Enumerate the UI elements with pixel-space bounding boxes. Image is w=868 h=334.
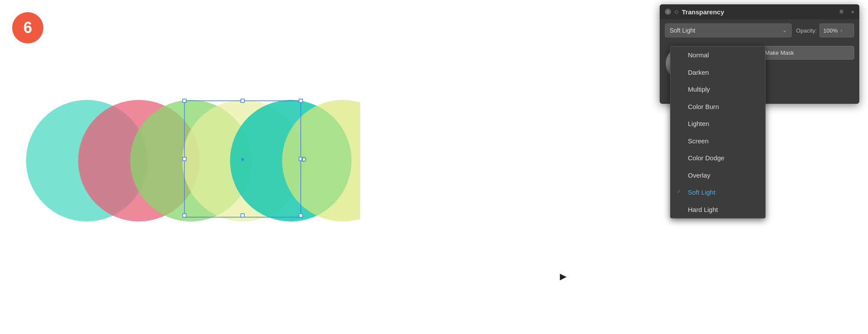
dropdown-item-darken[interactable]: Darken [671, 64, 765, 81]
step-number: 6 [23, 19, 32, 37]
dropdown-item-multiply[interactable]: Multiply [671, 81, 765, 98]
dropdown-item-normal[interactable]: Normal [671, 46, 765, 64]
handle-ml [183, 157, 186, 161]
handle-br [299, 214, 302, 217]
blend-chevron-icon: ⌄ [783, 27, 787, 33]
dropdown-item-screen[interactable]: Screen [671, 132, 765, 150]
reg-mark-inner [303, 159, 305, 160]
dropdown-item-overlay[interactable]: Overlay [671, 167, 765, 184]
panel-title: Transparency [682, 8, 724, 16]
handle-tm [241, 99, 244, 103]
opacity-label: Opacity: [796, 27, 817, 34]
dropdown-item-color-dodge[interactable]: Color Dodge [671, 149, 765, 167]
blend-dropdown-list: Normal Darken Multiply Color Burn Lighte… [670, 46, 766, 218]
blend-mode-value: Soft Light [670, 27, 695, 34]
panel-titlebar: × ◇ Transparency ≡ « [660, 4, 859, 19]
blend-mode-select[interactable]: Soft Light ⌄ [665, 23, 792, 37]
circles-svg [22, 69, 360, 252]
blend-mode-wrapper: Soft Light ⌄ Normal Darken Multiply Colo… [665, 23, 792, 37]
dropdown-item-soft-light[interactable]: Soft Light [671, 184, 765, 201]
handle-tr [299, 99, 302, 103]
opacity-arrow-icon: › [840, 27, 842, 33]
opacity-value-text: 100% [823, 27, 838, 34]
panel-menu-button[interactable]: ≡ [839, 8, 843, 16]
dropdown-item-hard-light[interactable]: Hard Light [671, 201, 765, 218]
canvas-area [0, 0, 382, 334]
handle-bl [183, 214, 186, 217]
transparency-panel: × ◇ Transparency ≡ « Soft Light ⌄ Normal… [660, 4, 859, 104]
opacity-control[interactable]: 100% › [819, 23, 854, 37]
dropdown-item-lighten[interactable]: Lighten [671, 115, 765, 132]
dropdown-item-color-burn[interactable]: Color Burn [671, 98, 765, 116]
panel-title-left: × ◇ Transparency [665, 8, 724, 16]
cursor-pointer: ▶ [560, 271, 566, 281]
panel-close-button[interactable]: × [665, 9, 671, 15]
step-badge: 6 [12, 12, 43, 43]
opacity-section: Opacity: 100% › [796, 23, 854, 37]
panel-blend-row: Soft Light ⌄ Normal Darken Multiply Colo… [660, 19, 859, 42]
handle-tl [183, 99, 186, 103]
handle-bm [241, 214, 244, 217]
panel-collapse-button[interactable]: « [851, 9, 854, 15]
panel-diamond-icon: ◇ [674, 9, 678, 15]
center-dot [241, 158, 244, 161]
